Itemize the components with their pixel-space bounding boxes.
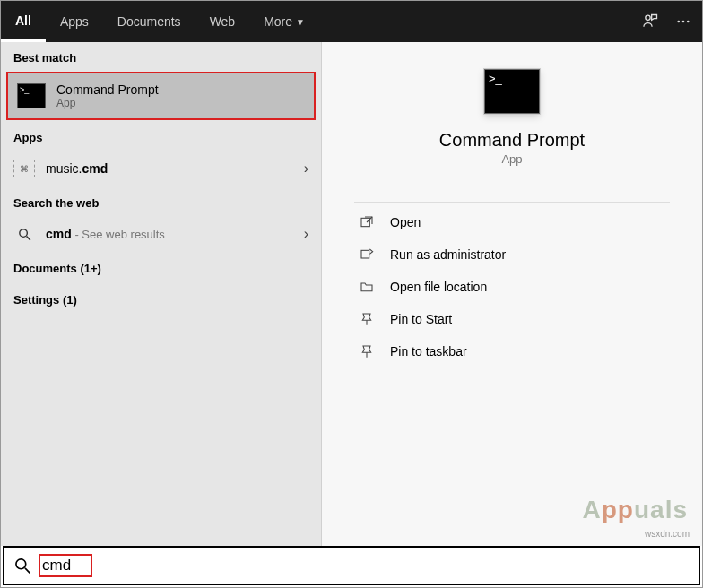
app-result-left: ⌘ music.cmd bbox=[13, 160, 108, 177]
action-pin-start-label: Pin to Start bbox=[390, 312, 452, 326]
caret-down-icon: ▼ bbox=[296, 17, 305, 27]
svg-point-3 bbox=[687, 21, 690, 23]
body-row: Best match Command Prompt App Apps ⌘ mus… bbox=[1, 42, 702, 546]
pin-start-icon bbox=[358, 312, 376, 326]
web-result-suffix: - See web results bbox=[72, 228, 165, 241]
tab-apps[interactable]: Apps bbox=[46, 1, 103, 42]
cmd-prompt-icon bbox=[484, 69, 540, 114]
svg-point-10 bbox=[16, 559, 26, 569]
search-icon bbox=[13, 227, 35, 242]
tab-more-label: More bbox=[264, 14, 292, 29]
documents-label[interactable]: Documents (1+) bbox=[1, 253, 321, 281]
header-bar: All Apps Documents Web More ▼ bbox=[1, 1, 702, 42]
chevron-right-icon: › bbox=[304, 226, 308, 242]
action-pin-taskbar-label: Pin to taskbar bbox=[390, 344, 467, 359]
open-icon bbox=[358, 215, 376, 229]
chevron-right-icon: › bbox=[304, 160, 308, 177]
action-open-location[interactable]: Open file location bbox=[354, 271, 670, 303]
header-tabs: All Apps Documents Web More ▼ bbox=[1, 1, 641, 42]
search-icon bbox=[13, 557, 31, 575]
preview-title: Command Prompt bbox=[439, 130, 585, 151]
admin-icon bbox=[358, 247, 376, 262]
action-open-location-label: Open file location bbox=[390, 280, 487, 294]
best-match-item[interactable]: Command Prompt App bbox=[6, 72, 316, 120]
search-bar[interactable] bbox=[3, 546, 700, 585]
tab-documents[interactable]: Documents bbox=[103, 1, 195, 42]
search-web-label: Search the web bbox=[1, 187, 321, 215]
divider bbox=[354, 202, 670, 203]
app-result-prefix: music. bbox=[46, 161, 82, 176]
svg-point-2 bbox=[682, 21, 685, 23]
preview-pane: Command Prompt App Open Run as administr… bbox=[322, 42, 702, 546]
best-match-text: Command Prompt App bbox=[56, 82, 159, 109]
svg-line-11 bbox=[25, 568, 30, 573]
preview-head: Command Prompt App bbox=[354, 62, 670, 166]
more-options-icon[interactable] bbox=[675, 13, 691, 30]
tab-all[interactable]: All bbox=[1, 1, 46, 42]
action-run-admin[interactable]: Run as administrator bbox=[354, 238, 670, 271]
svg-point-4 bbox=[19, 229, 26, 237]
header-right bbox=[641, 13, 702, 30]
best-match-title: Command Prompt bbox=[56, 82, 159, 97]
tab-web[interactable]: Web bbox=[195, 1, 250, 42]
pin-taskbar-icon bbox=[358, 344, 376, 359]
web-result-bold: cmd bbox=[46, 227, 72, 241]
settings-label[interactable]: Settings (1) bbox=[1, 281, 321, 312]
action-open[interactable]: Open bbox=[354, 206, 670, 238]
script-file-icon: ⌘ bbox=[13, 160, 35, 177]
app-result-bold: cmd bbox=[82, 161, 108, 176]
folder-icon bbox=[358, 280, 376, 294]
web-result-left: cmd - See web results bbox=[13, 227, 165, 242]
action-pin-start[interactable]: Pin to Start bbox=[354, 303, 670, 335]
action-run-admin-label: Run as administrator bbox=[390, 247, 506, 262]
app-result-music-cmd[interactable]: ⌘ music.cmd › bbox=[1, 150, 321, 187]
cmd-prompt-icon bbox=[17, 83, 46, 108]
best-match-label: Best match bbox=[1, 42, 321, 70]
action-open-label: Open bbox=[390, 215, 421, 229]
web-result-text: cmd - See web results bbox=[46, 227, 165, 241]
left-pane: Best match Command Prompt App Apps ⌘ mus… bbox=[1, 42, 322, 546]
best-match-sub: App bbox=[56, 97, 159, 109]
svg-point-0 bbox=[646, 15, 650, 20]
search-input[interactable] bbox=[39, 554, 92, 577]
action-pin-taskbar[interactable]: Pin to taskbar bbox=[354, 335, 670, 368]
svg-line-5 bbox=[26, 236, 30, 239]
tab-more[interactable]: More ▼ bbox=[249, 1, 319, 42]
preview-sub: App bbox=[501, 152, 522, 166]
feedback-icon[interactable] bbox=[641, 13, 659, 30]
app-result-text: music.cmd bbox=[46, 161, 108, 176]
apps-label: Apps bbox=[1, 122, 321, 150]
web-result-cmd[interactable]: cmd - See web results › bbox=[1, 215, 321, 253]
svg-rect-7 bbox=[361, 250, 369, 258]
svg-point-1 bbox=[677, 21, 680, 23]
svg-rect-6 bbox=[361, 218, 369, 226]
